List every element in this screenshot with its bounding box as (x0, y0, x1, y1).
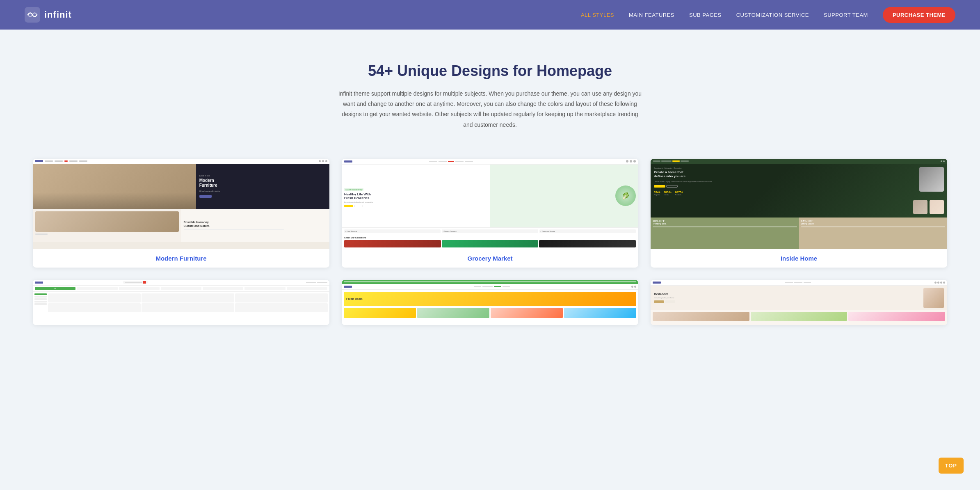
designs-grid-row2: All (33, 280, 947, 325)
card4-cat-2 (77, 287, 117, 290)
card4-cat-6 (244, 287, 285, 290)
card-grocery-image: Super fast delivery Healthy Life WithFre… (342, 159, 638, 249)
card4-product-2 (142, 293, 234, 302)
grocery-shop-btn (344, 205, 353, 207)
home-main-image (919, 167, 944, 192)
home-stat-2: 8860+ Clients (664, 191, 672, 196)
card6-nav (651, 280, 947, 286)
card6-icon-3 (940, 282, 942, 284)
card5-top-text (344, 281, 636, 282)
card5-product-2 (417, 308, 489, 318)
purchase-button[interactable]: PURCHASE THEME (883, 7, 955, 23)
home-nav (651, 159, 947, 164)
logo[interactable]: infinit (25, 7, 72, 23)
grocery-coll-img-2 (442, 240, 539, 247)
card4-logo (35, 282, 43, 284)
card1-hero: Enter in the ModernFurniture Wood metatr… (33, 164, 329, 209)
nav-main-features[interactable]: MAIN FEATURES (629, 12, 674, 18)
card1-hero-sub: Wood metatrail's inside (199, 190, 326, 193)
card-furniture-label: Modern Furniture (33, 249, 329, 268)
card4-sidebar-item-4 (34, 301, 47, 302)
top-button[interactable]: TOP (939, 458, 964, 474)
card1-shadow (33, 192, 196, 209)
card1-nav-icons (319, 160, 327, 162)
nav-sub-pages[interactable]: SUB PAGES (689, 12, 722, 18)
card6-hero-text: Bedroom Cozy designs for your home (654, 292, 920, 303)
card4-sidebar-item-5 (34, 303, 47, 305)
card6-nav-link (804, 282, 811, 283)
design-card-row2-3[interactable]: Bedroom Cozy designs for your home (651, 280, 947, 325)
card6-explore-btn (665, 300, 675, 303)
grocery-nav-link-active (448, 161, 454, 162)
design-card-home[interactable]: Breadcrumb • Categories • Renovation Cre… (651, 159, 947, 268)
card4-product-6 (235, 303, 328, 312)
navbar-nav: ALL STYLES MAIN FEATURES SUB PAGES CUSTO… (581, 7, 955, 23)
card1-nav-item (45, 160, 53, 162)
design-card-furniture[interactable]: Enter in the ModernFurniture Wood metatr… (33, 159, 329, 268)
card4-categories: All (33, 286, 329, 292)
card1-nav-items (45, 160, 87, 162)
card1-product-image (35, 211, 179, 232)
grocery-badge: Super fast delivery (344, 188, 363, 191)
grocery-nav-link (455, 161, 464, 162)
card-furniture-image: Enter in the ModernFurniture Wood metatr… (33, 159, 329, 249)
card1-nav (33, 159, 329, 164)
card4-cat-3 (119, 287, 160, 290)
card4-phone (306, 282, 316, 283)
home-visual: Breadcrumb • Categories • Renovation Cre… (651, 159, 947, 249)
card6-hero-image (923, 288, 944, 308)
home-chairs-title: Dining Chairs (801, 222, 946, 225)
home-stat-num-2: 8860+ (664, 191, 672, 194)
card1-cta-button (199, 195, 212, 198)
card5-nav-link-active (494, 286, 501, 287)
card6-hero: Bedroom Cozy designs for your home (651, 286, 947, 310)
nav-customization[interactable]: CUSTOMIZATION SERVICE (736, 12, 809, 18)
card6-nav-links (785, 282, 811, 283)
home-nav-link (661, 160, 672, 162)
home-small-image-2 (930, 200, 944, 214)
grocery-hero-text: Super fast delivery Healthy Life WithFre… (344, 185, 613, 207)
card1-hero-right: Enter in the ModernFurniture Wood metatr… (196, 164, 329, 209)
card1-search-icon (319, 160, 321, 162)
nav-support-team[interactable]: SUPPORT TEAM (824, 12, 868, 18)
card6-image: Bedroom Cozy designs for your home (651, 280, 947, 325)
main-content: 54+ Unique Designs for Homepage Infinit … (0, 30, 980, 490)
card6-product-2 (751, 312, 848, 321)
card4-search (123, 281, 148, 284)
card4-sidebar-item-1 (34, 293, 47, 295)
home-stat-3: 6875+ Products (675, 191, 683, 196)
card1-hero-left (33, 164, 196, 209)
design-card-grocery[interactable]: Super fast delivery Healthy Life WithFre… (342, 159, 638, 268)
card1-logo (35, 160, 43, 162)
home-nav-link-active (672, 160, 680, 162)
design-card-row2-2[interactable]: Fresh Deals (342, 280, 638, 325)
hero-description: Infinit theme support multiple designs f… (338, 89, 642, 130)
card5-nav (342, 284, 638, 290)
grocery-collections-title: Check Our Collections (344, 236, 636, 239)
home-explore-btn (666, 185, 678, 188)
nav-all-styles[interactable]: ALL STYLES (581, 12, 614, 18)
home-shop-btn (654, 185, 665, 188)
home-stat-1: 394+ Projects (654, 191, 660, 196)
home-search-icon (941, 160, 942, 162)
card5-nav-icons (631, 286, 636, 288)
home-stat-num-3: 6875+ (675, 191, 683, 194)
grocery-feature-shipping: ✓ Free Shipping (344, 229, 441, 233)
home-hero-desc: Unique IT has a highly sustainable and h… (654, 181, 813, 183)
card-home-image: Breadcrumb • Categories • Renovation Cre… (651, 159, 947, 249)
card1-nav-item (69, 160, 78, 162)
grocery-collection-images (344, 240, 636, 247)
card1-bottom: Possible HarmonyCulture and Nature. (33, 209, 329, 242)
card6-hero-sub: Cozy designs for your home (654, 297, 920, 299)
card5-nav-link (474, 286, 481, 287)
home-nav-link (653, 160, 660, 162)
card5-search-icon (631, 286, 633, 288)
card4-products (48, 293, 328, 312)
grocery-logo (344, 160, 352, 163)
card5-top-bar (342, 280, 638, 284)
card1-desc-line (184, 229, 284, 230)
grocery-nav (342, 159, 638, 165)
card4-body (33, 292, 329, 314)
card5-product-1 (344, 308, 416, 318)
design-card-row2-1[interactable]: All (33, 280, 329, 325)
